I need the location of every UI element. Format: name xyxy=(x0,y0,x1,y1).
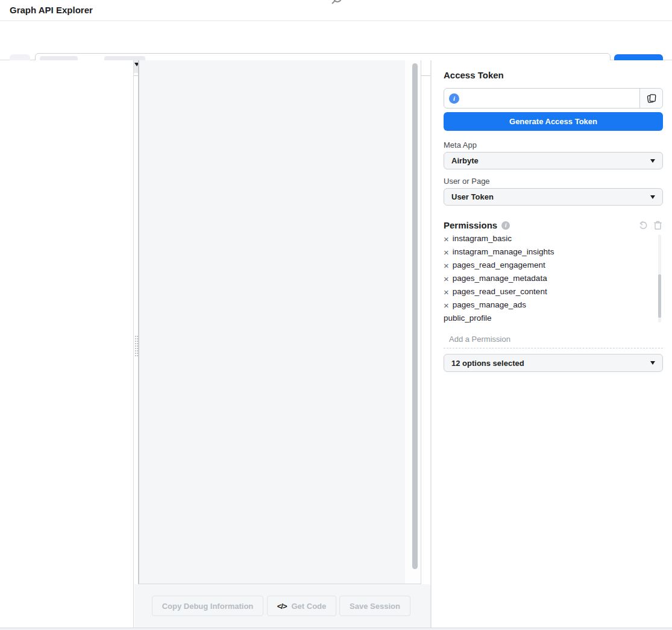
permission-label: instagram_manage_insights xyxy=(453,245,554,259)
permission-label: pages_read_engagement xyxy=(453,259,545,272)
graph-api-explorer-app: Graph API Explorer GET → / v15.0 / xyxy=(0,0,672,630)
permissions-heading: Permissions xyxy=(444,220,497,230)
chevron-down-icon xyxy=(650,159,655,163)
permissions-scrollbar-thumb[interactable] xyxy=(658,274,661,318)
close-icon[interactable]: × xyxy=(444,248,449,257)
access-token-input[interactable] xyxy=(459,89,639,108)
meta-app-select[interactable]: Airbyte xyxy=(444,152,663,169)
close-icon[interactable]: × xyxy=(444,235,449,244)
permission-item: × pages_manage_metadata xyxy=(444,272,663,285)
permissions-scrollbar-track[interactable] xyxy=(658,235,661,323)
chevron-down-icon xyxy=(650,361,655,365)
access-token-field: i xyxy=(444,88,663,109)
page-bottom-edge xyxy=(0,628,672,630)
save-session-label: Save Session xyxy=(350,602,400,611)
close-icon[interactable]: × xyxy=(444,288,449,297)
top-bar: Graph API Explorer xyxy=(0,0,672,21)
response-scrollbar-track[interactable] xyxy=(405,60,421,584)
close-icon[interactable]: × xyxy=(444,274,449,283)
generate-access-token-button[interactable]: Generate Access Token xyxy=(444,112,663,131)
add-permission-placeholder: Add a Permission xyxy=(444,335,663,347)
permission-item: × instagram_manage_insights xyxy=(444,245,663,259)
search-icon[interactable] xyxy=(330,0,344,6)
copy-debug-label: Copy Debug Information xyxy=(162,602,254,611)
response-scrollbar-thumb[interactable] xyxy=(412,63,418,569)
chevron-down-icon xyxy=(650,195,655,199)
copy-debug-information-button[interactable]: Copy Debug Information xyxy=(152,596,263,616)
options-selected-dropdown[interactable]: 12 options selected xyxy=(444,354,663,372)
meta-app-selected-value: Airbyte xyxy=(451,156,479,165)
undo-icon[interactable] xyxy=(638,220,648,230)
close-icon[interactable]: × xyxy=(444,301,449,310)
access-token-heading: Access Token xyxy=(444,70,663,80)
get-code-button[interactable]: </> Get Code xyxy=(267,596,336,616)
permission-item: × pages_read_engagement xyxy=(444,259,663,272)
page-title: Graph API Explorer xyxy=(10,5,93,15)
permission-item: × pages_manage_ads xyxy=(444,298,663,312)
user-or-page-selected-value: User Token xyxy=(451,192,494,201)
response-panel xyxy=(138,60,421,584)
permission-item: × instagram_basic xyxy=(444,235,663,245)
code-icon: </> xyxy=(277,602,287,611)
close-icon[interactable]: × xyxy=(444,261,449,270)
permission-label: pages_read_user_content xyxy=(453,285,547,298)
get-code-label: Get Code xyxy=(292,602,327,611)
permission-label: instagram_basic xyxy=(453,235,512,245)
permission-item: × pages_read_user_content xyxy=(444,285,663,298)
permissions-list: × instagram_basic × instagram_manage_ins… xyxy=(444,235,663,326)
left-sidebar-panel xyxy=(0,60,134,628)
permissions-header: Permissions i xyxy=(444,220,663,230)
session-footer-bar: Copy Debug Information </> Get Code Save… xyxy=(134,584,430,628)
user-or-page-label: User or Page xyxy=(444,177,663,186)
request-toolbar: GET → / v15.0 / ★ Submit xyxy=(0,21,672,60)
user-or-page-select[interactable]: User Token xyxy=(444,188,663,206)
permission-item: public_profile xyxy=(444,312,663,325)
info-icon[interactable]: i xyxy=(449,93,459,104)
permission-label: pages_manage_ads xyxy=(453,298,526,312)
trash-icon[interactable] xyxy=(653,220,663,230)
permission-label: pages_manage_metadata xyxy=(453,272,547,285)
copy-token-button[interactable] xyxy=(639,89,662,108)
permission-label: public_profile xyxy=(444,312,492,325)
meta-app-label: Meta App xyxy=(444,140,663,150)
access-token-panel: Access Token i Generate Access Token Met… xyxy=(432,60,672,628)
info-icon[interactable]: i xyxy=(501,221,510,230)
options-selected-value: 12 options selected xyxy=(451,359,524,368)
add-permission-field[interactable]: Add a Permission xyxy=(444,335,663,348)
copy-icon xyxy=(646,93,657,104)
save-session-button[interactable]: Save Session xyxy=(339,596,410,616)
